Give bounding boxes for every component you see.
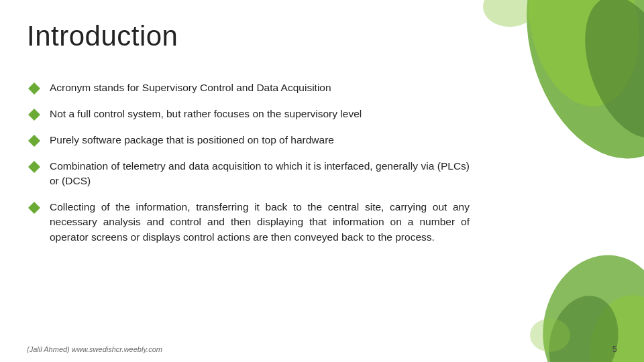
svg-point-6 xyxy=(483,0,537,27)
svg-point-1 xyxy=(516,0,644,115)
svg-marker-8 xyxy=(28,82,40,95)
svg-marker-12 xyxy=(28,202,40,214)
bullet-item-4: Combination of telemetry and data acquis… xyxy=(27,159,470,189)
bullet-item-3: Purely software package that is position… xyxy=(27,133,470,148)
bullet-text-1: Acronym stands for Supervisory Control a… xyxy=(50,80,331,95)
slide: Introduction Acronym stands for Supervis… xyxy=(0,0,644,362)
bullet-item-5: Collecting of the information, transferr… xyxy=(27,200,470,245)
content-area: Acronym stands for Supervisory Control a… xyxy=(27,80,470,322)
bullet-text-5: Collecting of the information, transferr… xyxy=(50,200,470,245)
svg-point-0 xyxy=(502,0,644,178)
bullet-item-1: Acronym stands for Supervisory Control a… xyxy=(27,80,470,96)
svg-marker-11 xyxy=(28,161,40,173)
title-area: Introduction xyxy=(27,20,483,52)
page-number: 5 xyxy=(612,344,617,354)
svg-marker-10 xyxy=(28,135,40,147)
bullet-text-3: Purely software package that is position… xyxy=(50,133,334,147)
bullet-icon-2 xyxy=(27,107,42,122)
bullet-icon-3 xyxy=(27,133,42,148)
svg-marker-9 xyxy=(28,109,40,121)
bullet-text-4: Combination of telemetry and data acquis… xyxy=(50,159,470,189)
svg-point-2 xyxy=(568,0,644,150)
footer-area: (Jalil Ahmed) www.swedishcr.weebly.com 5 xyxy=(27,344,617,354)
bullet-text-2: Not a full control system, but rather fo… xyxy=(50,107,362,121)
footer-author: (Jalil Ahmed) www.swedishcr.weebly.com xyxy=(27,345,162,353)
bullet-icon-4 xyxy=(27,160,42,174)
bullet-icon-5 xyxy=(27,200,42,215)
slide-title: Introduction xyxy=(27,20,483,52)
bullet-item-2: Not a full control system, but rather fo… xyxy=(27,107,470,122)
bullet-icon-1 xyxy=(27,81,42,96)
